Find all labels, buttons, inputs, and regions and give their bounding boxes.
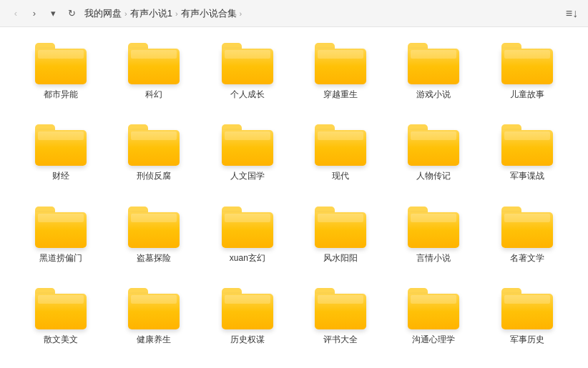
toolbar-right: ≡↓: [563, 4, 581, 23]
folder-label-12: 黑道捞偏门: [39, 252, 82, 264]
folder-label-10: 人物传记: [416, 170, 451, 182]
folder-label-20: 历史权谋: [230, 334, 265, 346]
folder-icon-14: [222, 207, 273, 248]
breadcrumb-sep-0: ›: [124, 9, 127, 18]
breadcrumb-item-1[interactable]: 有声小说1: [130, 7, 172, 20]
refresh-button[interactable]: ↻: [63, 5, 80, 22]
folder-shine-5: [504, 50, 550, 59]
folder-icon-2: [222, 43, 273, 84]
folder-body-19: [128, 294, 180, 329]
folder-item-1[interactable]: 科幻: [107, 34, 200, 116]
folder-shine-0: [38, 50, 84, 59]
folder-shine-11: [504, 131, 550, 140]
folder-body-8: [222, 130, 273, 166]
folder-icon-22: [408, 288, 459, 329]
folder-shine-20: [225, 295, 270, 304]
folder-label-21: 评书大全: [323, 334, 358, 346]
folder-label-22: 沟通心理学: [412, 334, 455, 346]
folder-item-6[interactable]: 财经: [14, 116, 107, 197]
folder-icon-20: [222, 288, 273, 329]
folder-icon-18: [35, 288, 87, 329]
folder-label-1: 科幻: [145, 89, 162, 101]
folder-item-15[interactable]: 风水阳阳: [294, 198, 387, 279]
folder-item-13[interactable]: 盗墓探险: [107, 198, 200, 279]
folder-body-1: [128, 49, 180, 84]
folder-item-14[interactable]: xuan玄幻: [201, 198, 294, 279]
folder-body-16: [408, 212, 459, 248]
breadcrumb-item-2[interactable]: 有声小说合集: [181, 7, 237, 20]
folder-item-3[interactable]: 穿越重生: [294, 34, 387, 116]
breadcrumb-item-0[interactable]: 我的网盘: [84, 7, 122, 20]
nav-buttons: ‹ › ▾ ↻: [7, 5, 80, 22]
folder-body-13: [128, 212, 180, 248]
folder-body-18: [35, 294, 87, 329]
folder-label-17: 名著文学: [510, 252, 544, 264]
back-button[interactable]: ‹: [7, 5, 24, 22]
folder-body-3: [315, 49, 366, 84]
folder-item-19[interactable]: 健康养生: [107, 279, 200, 361]
folder-icon-0: [35, 43, 87, 84]
folder-icon-6: [35, 124, 87, 166]
toolbar: ‹ › ▾ ↻ 我的网盘 › 有声小说1 › 有声小说合集 › ≡↓: [0, 0, 588, 27]
folder-item-0[interactable]: 都市异能: [14, 34, 107, 116]
folder-body-0: [35, 49, 87, 84]
folder-label-16: 言情小说: [416, 252, 451, 264]
folder-body-11: [501, 130, 553, 166]
folder-icon-21: [315, 288, 366, 329]
folder-label-19: 健康养生: [137, 334, 171, 346]
folder-icon-9: [315, 124, 366, 166]
folder-icon-11: [501, 124, 553, 166]
folder-icon-10: [408, 124, 459, 166]
folder-icon-15: [315, 207, 366, 248]
folder-label-15: 风水阳阳: [323, 252, 358, 264]
breadcrumb-sep-1: ›: [175, 9, 178, 18]
dropdown-button[interactable]: ▾: [44, 5, 62, 22]
folder-body-9: [315, 130, 366, 166]
folder-item-9[interactable]: 现代: [294, 116, 387, 197]
folder-item-2[interactable]: 个人成长: [201, 34, 294, 116]
folder-item-17[interactable]: 名著文学: [481, 198, 574, 279]
folder-icon-23: [501, 288, 553, 329]
folder-body-23: [501, 294, 553, 329]
folder-label-0: 都市异能: [44, 89, 78, 101]
folder-shine-7: [131, 131, 177, 140]
folder-shine-18: [38, 295, 84, 304]
folder-item-18[interactable]: 散文美文: [14, 279, 107, 361]
folder-label-9: 现代: [332, 170, 349, 182]
folder-item-12[interactable]: 黑道捞偏门: [14, 198, 107, 279]
folder-item-4[interactable]: 游戏小说: [387, 34, 480, 116]
folder-item-23[interactable]: 军事历史: [481, 279, 574, 361]
folder-item-11[interactable]: 军事谍战: [481, 116, 574, 197]
folder-item-21[interactable]: 评书大全: [294, 279, 387, 361]
folder-label-13: 盗墓探险: [137, 252, 171, 264]
folder-body-15: [315, 212, 366, 248]
folder-label-4: 游戏小说: [416, 89, 451, 101]
folder-shine-9: [318, 131, 363, 140]
folder-body-10: [408, 130, 459, 166]
folder-item-5[interactable]: 儿童故事: [481, 34, 574, 116]
folder-label-23: 军事历史: [510, 334, 544, 346]
folder-body-5: [501, 49, 553, 84]
folder-shine-19: [131, 295, 177, 304]
folder-body-20: [222, 294, 273, 329]
folder-grid: 都市异能 科幻 个人成长: [0, 27, 588, 368]
breadcrumb: 我的网盘 › 有声小说1 › 有声小说合集 ›: [84, 7, 559, 20]
folder-shine-3: [318, 50, 363, 59]
folder-shine-23: [504, 295, 550, 304]
folder-shine-10: [411, 131, 456, 140]
folder-label-8: 人文国学: [230, 170, 265, 182]
folder-item-7[interactable]: 刑侦反腐: [107, 116, 200, 197]
folder-body-4: [408, 49, 459, 84]
folder-item-20[interactable]: 历史权谋: [201, 279, 294, 361]
folder-shine-13: [131, 214, 177, 222]
folder-item-8[interactable]: 人文国学: [201, 116, 294, 197]
folder-icon-13: [128, 207, 180, 248]
forward-button[interactable]: ›: [26, 5, 43, 22]
folder-item-16[interactable]: 言情小说: [387, 198, 480, 279]
folder-label-2: 个人成长: [230, 89, 265, 101]
sort-button[interactable]: ≡↓: [563, 4, 581, 23]
folder-body-6: [35, 130, 87, 166]
folder-icon-1: [128, 43, 180, 84]
folder-item-10[interactable]: 人物传记: [387, 116, 480, 197]
folder-item-22[interactable]: 沟通心理学: [387, 279, 480, 361]
